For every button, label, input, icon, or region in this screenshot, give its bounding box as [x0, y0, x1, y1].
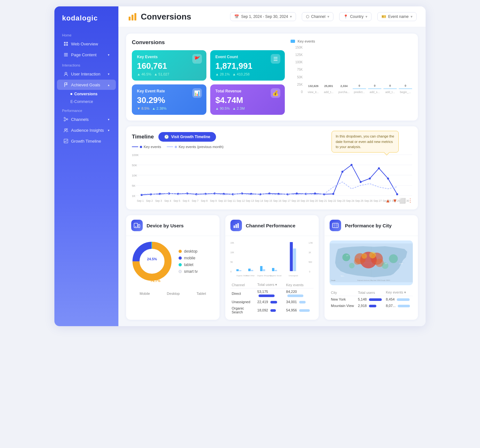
city-col-header: City: [330, 289, 356, 296]
panel-header-channel: Channel Performance: [225, 215, 319, 236]
sidebar-sub-item-conversions[interactable]: Conversions: [68, 90, 118, 98]
sidebar-item-page-content[interactable]: Page Content ▾: [57, 50, 116, 60]
users-bar: [259, 295, 275, 297]
svg-rect-16: [129, 17, 131, 20]
channel-filter[interactable]: ⬡ Channel ▾: [302, 12, 333, 21]
channel-performance-panel: Channel Performance 15K 10K 5K 0: [225, 215, 319, 320]
channel-cell: Direct: [230, 288, 256, 299]
legend-line-dashed: [167, 146, 173, 147]
bar-7: [399, 89, 412, 89]
key-event-rate-label: Key Event Rate: [137, 89, 201, 93]
events-cell: 34,001: [285, 299, 314, 305]
svg-text:Sep 8: Sep 8: [201, 199, 208, 202]
svg-rect-109: [239, 270, 241, 271]
svg-point-52: [350, 164, 352, 166]
svg-point-34: [186, 193, 188, 194]
panel-header-city: Performance by City: [324, 215, 418, 236]
country-filter[interactable]: 📍 Country ▾: [339, 12, 372, 21]
bar-legend-label: Key events: [298, 39, 315, 43]
chevron-down-icon: ▾: [108, 53, 109, 57]
svg-text:Organic Social: Organic Social: [270, 275, 282, 277]
key-events-label: Key Events: [137, 55, 201, 59]
sidebar-item-label: Audience Insights: [71, 128, 104, 133]
svg-rect-5: [64, 54, 68, 55]
smarttv-label: smart tv: [184, 269, 198, 274]
bar-group-5: 0 add_s...: [368, 84, 381, 94]
map-icon: [330, 220, 341, 231]
svg-rect-111: [251, 270, 253, 271]
svg-point-40: [241, 193, 243, 194]
svg-text:Sep 21: Sep 21: [319, 199, 327, 202]
heatmap-svg: NY LA Cuba Mex... Google Keyboard shortc…: [330, 240, 413, 285]
date-filter[interactable]: 📅 Sep 1, 2024 - Sep 30, 2024 ▾: [230, 12, 296, 21]
sidebar-item-audience-insights[interactable]: Audience Insights ▾: [57, 125, 116, 135]
sidebar-item-achieved-goals[interactable]: Achieved Goals ▴: [57, 80, 116, 90]
svg-text:Sep 26: Sep 26: [364, 199, 373, 202]
menu-icon: [63, 52, 68, 57]
bar-group-6: 0 add_t...: [383, 84, 397, 94]
city-panel-body: NY LA Cuba Mex... Google Keyboard shortc…: [324, 236, 418, 313]
conversions-icon: [127, 12, 138, 22]
svg-point-134: [369, 252, 376, 258]
bar-group-3: 2,334 purcha...: [337, 84, 351, 94]
sidebar-item-label: User Interaction: [71, 72, 100, 76]
channel-cell: Unassigned: [230, 299, 256, 305]
desktop-dot: [179, 250, 182, 253]
topbar-title-area: Conversions: [127, 12, 224, 22]
event-icon: 🎫: [381, 14, 386, 19]
timeline-section: Timeline 🕐 Visit Growth Timeline In this…: [126, 126, 418, 209]
active-dot: [70, 93, 72, 95]
svg-text:Sep 10: Sep 10: [218, 199, 227, 202]
legend-dot-solid: [140, 146, 142, 148]
donut-chart: 24.5%: [131, 240, 173, 282]
sidebar-item-channels[interactable]: Channels ▾: [57, 114, 116, 124]
svg-text:Sep 12: Sep 12: [236, 199, 245, 202]
sidebar-item-user-interaction[interactable]: User Interaction ▾: [57, 69, 116, 79]
sub-item-label: E-Commerce: [70, 99, 93, 104]
touch-icon: [63, 71, 68, 76]
event-count-value: 1,871,991: [215, 61, 280, 71]
timeline-tooltip: In this dropdown, you can change the dat…: [332, 131, 399, 153]
tablet-device-label: Tablet: [196, 292, 206, 295]
flag-icon: [63, 82, 68, 87]
svg-point-14: [66, 129, 68, 130]
sidebar-item-web-overview[interactable]: Web Overview: [57, 39, 116, 49]
event-filter[interactable]: 🎫 Event name ▾: [377, 12, 417, 21]
svg-rect-113: [263, 269, 265, 271]
timeline-down-btn[interactable]: ▼: [392, 198, 397, 204]
timeline-more-btn[interactable]: ⋮: [408, 198, 413, 204]
sidebar-sub-item-ecommerce[interactable]: E-Commerce: [68, 98, 118, 106]
svg-text:24.5%: 24.5%: [147, 257, 157, 261]
bar-chart-container: 150K 125K 100K 75K 50K 25K 0 132,626: [291, 46, 412, 100]
timeline-up-btn[interactable]: ▲: [385, 198, 390, 204]
svg-point-9: [64, 117, 65, 119]
legend-line-solid: [132, 146, 138, 147]
event-count-label: Event Count: [215, 55, 280, 59]
timeline-actions: ▲ ▼ ⬜ ⋮: [385, 198, 413, 204]
legend-label: Key events (previous month): [179, 145, 223, 149]
delta-val: ▲ 2.38%: [152, 106, 166, 110]
channel-chart-svg: 15K 10K 5K 0 1.5K 1K 500 0: [230, 240, 314, 279]
svg-text:Cuba: Cuba: [399, 263, 403, 264]
bar-group-7: 0 begin_...: [399, 84, 412, 94]
svg-text:Sep 5: Sep 5: [173, 199, 180, 202]
clock-icon: 🕐: [164, 135, 169, 139]
svg-text:Sep 7: Sep 7: [192, 199, 199, 202]
location-icon: 📍: [343, 14, 348, 19]
mobile-device-label: Mobile: [140, 292, 150, 295]
total-revenue-value: $4.74M: [215, 95, 280, 105]
bar-chart-icon: [230, 220, 242, 231]
calendar-icon: 📅: [234, 14, 239, 19]
device-icon: [131, 220, 143, 231]
city-panel-title: Performance by City: [345, 223, 392, 228]
donut-legend: desktop mobile tablet: [179, 249, 198, 274]
key-events-col-header: Key events ▾: [385, 289, 413, 296]
mobile-dot: [179, 256, 182, 260]
events-cell: 8,454: [385, 296, 413, 303]
y-axis: 150K 125K 100K 75K 50K 25K 0: [291, 46, 305, 94]
visit-growth-timeline-button[interactable]: 🕐 Visit Growth Timeline: [158, 132, 216, 142]
svg-rect-4: [64, 53, 68, 54]
sidebar-item-growth-timeline[interactable]: Growth Timeline: [57, 136, 116, 146]
delta-pct: ▼ 8.5%: [137, 106, 149, 110]
timeline-export-btn[interactable]: ⬜: [399, 198, 406, 204]
